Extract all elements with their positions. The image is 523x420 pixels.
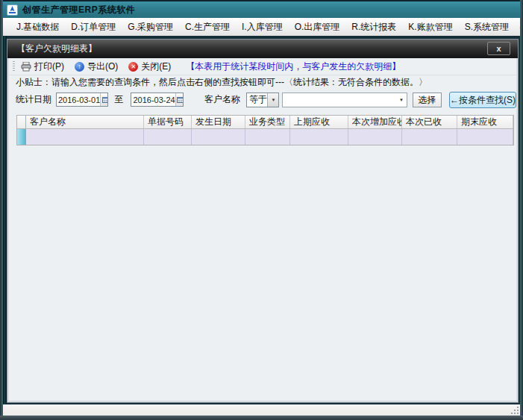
cell-customer[interactable]	[26, 129, 144, 145]
date-to-value: 2016-03-24	[131, 95, 175, 104]
window-border-bottom	[0, 416, 523, 420]
tip-row: 小贴士：请输入您需要的查询条件，然后点击右侧的查找按钮即可---〈统计结果：无符…	[9, 75, 516, 90]
window-border-right	[520, 0, 523, 420]
table-row[interactable]	[17, 129, 513, 145]
date-to-label: 至	[114, 93, 123, 106]
close-button[interactable]: ✕ 关闭(E)	[128, 60, 171, 73]
calendar-dropdown-button[interactable]: ▼	[175, 93, 184, 106]
toolbar: 打印(P) ↑ 导出(O) ✕ 关闭(E) 【本表用于统计某段时间内，与客户发生…	[9, 58, 516, 75]
col-header-biz-type[interactable]: 业务类型	[245, 116, 290, 128]
col-header-ending-receivable[interactable]: 期末应收	[457, 116, 513, 128]
col-header-date[interactable]: 发生日期	[192, 116, 245, 128]
cell-added-receivable[interactable]	[348, 129, 402, 145]
status-bar	[3, 405, 520, 416]
empty-work-area	[9, 145, 516, 401]
print-label: 打印(P)	[34, 60, 64, 73]
customer-dropdown-button[interactable]: ▼	[396, 98, 407, 102]
menu-item-production[interactable]: C.生产管理	[179, 18, 236, 36]
close-label: 关闭(E)	[141, 60, 171, 73]
menu-item-outbound[interactable]: O.出库管理	[289, 18, 346, 36]
date-from-value: 2016-03-01	[57, 95, 100, 104]
operator-combobox[interactable]: 等于 ▼	[246, 93, 280, 107]
tip-text: 小贴士：请输入您需要的查询条件，然后点击右侧的查找按钮即可---〈统计结果：无符…	[16, 76, 428, 89]
export-button[interactable]: ↑ 导出(O)	[75, 60, 118, 73]
date-to-picker[interactable]: 2016-03-24 ▼	[131, 93, 183, 107]
operator-dropdown-button[interactable]: ▼	[267, 93, 278, 107]
calendar-dropdown-button[interactable]: ▼	[100, 93, 108, 106]
cell-prev-receivable[interactable]	[290, 129, 348, 145]
col-header-customer[interactable]: 客户名称	[26, 116, 144, 128]
menu-item-accounts[interactable]: K.账款管理	[402, 18, 458, 36]
cell-received[interactable]	[402, 129, 457, 145]
table-usage-note: 【本表用于统计某段时间内，与客户发生的欠款明细】	[186, 60, 401, 73]
menu-item-orders[interactable]: D.订单管理	[65, 18, 122, 36]
child-window-body: 打印(P) ↑ 导出(O) ✕ 关闭(E) 【本表用于统计某段时间内，与客户发生…	[7, 58, 518, 402]
child-window-titlebar[interactable]: 【客户欠款明细表】 x	[7, 40, 518, 58]
row-selector-cell[interactable]	[17, 129, 26, 145]
toolbar-grip[interactable]	[13, 61, 15, 72]
window-border-top	[0, 0, 523, 1]
col-header-added-receivable[interactable]: 本次增加应收	[348, 116, 402, 128]
menu-item-reports[interactable]: R.统计报表	[345, 18, 402, 36]
table-header-row: 客户名称 单据号码 发生日期 业务类型 上期应收 本次增加应收 本次已收 期末应…	[17, 116, 513, 129]
date-range-label: 统计日期	[16, 93, 51, 106]
child-close-button[interactable]: x	[487, 42, 510, 55]
menu-bar: J.基础数据 D.订单管理 G.采购管理 C.生产管理 I.入库管理 O.出库管…	[3, 18, 520, 36]
chevron-down-icon: ▼	[399, 98, 404, 102]
mdi-client-area: 【客户欠款明细表】 x 打印(P) ↑ 导出(O)	[3, 36, 520, 405]
print-button[interactable]: 打印(P)	[21, 60, 64, 73]
row-selector-header	[17, 116, 26, 128]
col-header-doc-number[interactable]: 单据号码	[144, 116, 192, 128]
menu-item-purchasing[interactable]: G.采购管理	[122, 18, 179, 36]
operator-value: 等于	[247, 93, 268, 106]
export-icon: ↑	[75, 62, 84, 72]
window-border-left	[0, 0, 3, 420]
close-icon: ✕	[128, 62, 138, 72]
printer-icon	[21, 61, 31, 72]
customer-debt-detail-window: 【客户欠款明细表】 x 打印(P) ↑ 导出(O)	[7, 39, 519, 403]
date-from-picker[interactable]: 2016-03-01 ▼	[56, 93, 108, 107]
debt-detail-table: 客户名称 单据号码 发生日期 业务类型 上期应收 本次增加应收 本次已收 期末应…	[16, 115, 514, 145]
cell-date[interactable]	[192, 129, 245, 145]
select-customer-button[interactable]: 选择	[413, 93, 442, 107]
resize-grip[interactable]	[510, 406, 519, 414]
customer-name-label: 客户名称	[204, 93, 240, 106]
export-label: 导出(O)	[87, 60, 118, 73]
col-header-prev-receivable[interactable]: 上期应收	[290, 116, 348, 128]
cell-biz-type[interactable]	[245, 129, 290, 145]
app-title: 创管生产管理ERP系统软件	[22, 4, 135, 16]
search-by-condition-button[interactable]: ←按条件查找(S)	[449, 92, 516, 108]
menu-item-system[interactable]: S.系统管理	[459, 18, 515, 36]
application-window: 创管生产管理ERP系统软件 J.基础数据 D.订单管理 G.采购管理 C.生产管…	[0, 0, 523, 420]
chevron-down-icon: ▼	[271, 98, 275, 102]
filter-row: 统计日期 2016-03-01 ▼ 至 2016-03-24 ▼	[9, 90, 516, 110]
app-icon	[7, 4, 18, 16]
cell-doc-number[interactable]	[144, 129, 192, 145]
cell-ending-receivable[interactable]	[457, 129, 513, 145]
menu-item-inbound[interactable]: I.入库管理	[236, 18, 289, 36]
menu-item-base-data[interactable]: J.基础数据	[10, 18, 65, 36]
calendar-icon	[102, 96, 109, 103]
calendar-icon	[177, 96, 184, 103]
customer-name-combobox[interactable]: ▼	[282, 93, 407, 107]
col-header-received[interactable]: 本次已收	[402, 116, 457, 128]
main-titlebar[interactable]: 创管生产管理ERP系统软件	[3, 1, 520, 18]
child-window-title: 【客户欠款明细表】	[16, 43, 97, 55]
